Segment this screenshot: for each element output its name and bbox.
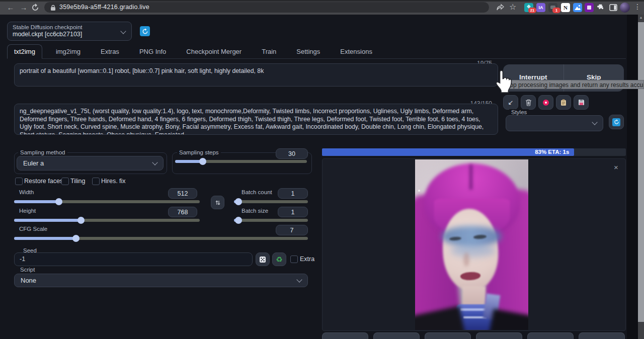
gallery-action-button[interactable] xyxy=(527,332,574,339)
extension-icon-office[interactable] xyxy=(585,3,594,12)
reload-icon[interactable] xyxy=(31,4,39,14)
tab-extras[interactable]: Extras xyxy=(94,45,126,58)
batch-size-input[interactable]: 1 xyxy=(278,207,308,217)
page-edge xyxy=(627,15,638,339)
slider-handle[interactable] xyxy=(55,198,62,205)
forward-icon[interactable]: → xyxy=(18,2,29,13)
negative-prompt-text: ng_deepnegative_v1_75t, (worst quality, … xyxy=(15,104,498,135)
progress-fill: 83% ETA: 1s xyxy=(322,148,574,156)
width-input[interactable]: 512 xyxy=(168,188,197,199)
prompt-textarea[interactable]: portrait of a beautiful [woman::0.1] rob… xyxy=(14,63,498,87)
browser-menu-icon[interactable]: ⋮ xyxy=(634,3,641,11)
extra-networks-button[interactable] xyxy=(538,95,553,110)
refresh-icon xyxy=(612,118,620,126)
height-input[interactable]: 768 xyxy=(168,207,197,217)
hires-fix-checkbox[interactable] xyxy=(92,178,100,185)
profile-avatar[interactable] xyxy=(620,3,630,13)
sidepanel-icon[interactable] xyxy=(609,3,618,14)
floppy-icon xyxy=(578,99,585,106)
main-tabs: txt2img img2img Extras PNG Info Checkpoi… xyxy=(7,45,626,59)
share-icon[interactable] xyxy=(496,4,504,13)
url-text[interactable]: 359e5b9a-a5ff-4216.gradio.live xyxy=(59,4,149,11)
tab-png-info[interactable]: PNG Info xyxy=(133,45,173,58)
image-layer xyxy=(418,190,420,192)
gallery-action-button[interactable] xyxy=(373,332,420,339)
cfg-scale-label: CFG Scale xyxy=(19,226,47,232)
script-dropdown[interactable]: None xyxy=(14,274,308,287)
gallery-action-button[interactable] xyxy=(322,332,368,339)
sampling-steps-slider[interactable] xyxy=(175,160,307,163)
sampling-method-value: Euler a xyxy=(23,159,153,167)
apply-style-button[interactable] xyxy=(556,95,571,110)
styles-dropdown[interactable] xyxy=(506,115,603,131)
tiling-checkbox[interactable] xyxy=(61,178,69,185)
tab-train[interactable]: Train xyxy=(255,45,283,58)
scrollbar-up-icon[interactable]: ▲ xyxy=(638,16,644,19)
sampling-steps-input[interactable]: 30 xyxy=(276,148,308,159)
extension-icon-photos[interactable] xyxy=(573,3,582,12)
reuse-seed-button[interactable]: ♻ xyxy=(272,252,286,266)
clear-prompt-button[interactable] xyxy=(521,95,536,110)
paste-params-button[interactable]: ↙ xyxy=(503,95,518,110)
lock-icon xyxy=(50,4,56,13)
random-seed-button[interactable] xyxy=(256,252,270,266)
extension-icon-notion[interactable]: N xyxy=(561,3,570,12)
image-layer xyxy=(450,244,496,257)
batch-count-label: Batch count xyxy=(242,189,272,195)
batch-count-slider[interactable] xyxy=(234,200,308,203)
extension-icon-chat[interactable]: 1 xyxy=(548,3,557,12)
restore-faces-checkbox[interactable] xyxy=(15,178,23,185)
slider-handle[interactable] xyxy=(77,217,85,224)
height-slider[interactable] xyxy=(14,219,200,222)
prompt-text: portrait of a beautiful [woman::0.1] rob… xyxy=(15,64,498,79)
seed-input[interactable]: -1 xyxy=(14,252,253,266)
tab-txt2img[interactable]: txt2img xyxy=(7,44,42,59)
sampling-method-label: Sampling method xyxy=(18,149,67,155)
tab-extensions[interactable]: Extensions xyxy=(334,45,379,58)
width-slider[interactable] xyxy=(14,200,200,203)
extensions-puzzle-icon[interactable] xyxy=(597,3,606,14)
restore-faces-label: Restore faces xyxy=(24,178,63,185)
gallery-action-button[interactable] xyxy=(579,332,625,339)
slider-handle[interactable] xyxy=(72,235,79,242)
sampling-method-dropdown[interactable]: Euler a xyxy=(17,156,164,171)
mouse-cursor xyxy=(495,68,513,96)
close-preview-icon[interactable]: × xyxy=(614,163,618,172)
extension-icon-tasks[interactable]: 21 xyxy=(524,3,533,12)
extension-icon-ia[interactable]: IA xyxy=(536,3,545,12)
batch-count-input[interactable]: 1 xyxy=(278,188,308,199)
gallery-action-button[interactable] xyxy=(476,332,522,339)
swap-dimensions-button[interactable] xyxy=(211,196,224,209)
batch-size-slider[interactable] xyxy=(234,219,308,222)
tab-checkpoint-merger[interactable]: Checkpoint Merger xyxy=(180,45,248,58)
slider-handle[interactable] xyxy=(235,217,242,224)
slider-handle[interactable] xyxy=(235,198,242,205)
save-style-button[interactable] xyxy=(574,95,589,110)
bookmark-star-icon[interactable]: ☆ xyxy=(509,2,516,12)
chevron-down-icon xyxy=(152,159,157,165)
progress-label: 83% ETA: 1s xyxy=(535,148,569,156)
dice-icon xyxy=(259,256,266,263)
trash-icon xyxy=(525,99,532,106)
negative-prompt-textarea[interactable]: ng_deepnegative_v1_75t, (worst quality, … xyxy=(14,104,498,135)
tab-settings[interactable]: Settings xyxy=(290,45,327,58)
slider-handle[interactable] xyxy=(199,158,206,165)
tab-img2img[interactable]: img2img xyxy=(49,45,87,58)
scrollbar-thumb[interactable] xyxy=(638,22,644,322)
cfg-scale-slider[interactable] xyxy=(14,237,308,240)
refresh-styles-button[interactable] xyxy=(609,115,624,129)
checkpoint-dropdown[interactable]: Stable Diffusion checkpoint model.ckpt [… xyxy=(7,22,132,41)
height-label: Height xyxy=(19,208,36,214)
back-icon[interactable]: ← xyxy=(5,2,16,13)
refresh-checkpoint-button[interactable] xyxy=(140,26,150,36)
cfg-scale-input[interactable]: 7 xyxy=(276,225,308,235)
gallery-action-button[interactable] xyxy=(425,332,471,339)
extension-badge: 1 xyxy=(552,8,560,13)
extra-seed-checkbox[interactable] xyxy=(290,256,298,263)
generated-image[interactable] xyxy=(415,159,528,330)
sampling-steps-label: Sampling steps xyxy=(177,149,221,155)
batch-size-label: Batch size xyxy=(242,208,268,214)
interrupt-tooltip: Stop processing images and return any re… xyxy=(502,80,644,89)
image-layer xyxy=(463,252,469,267)
script-value: None xyxy=(21,277,297,284)
